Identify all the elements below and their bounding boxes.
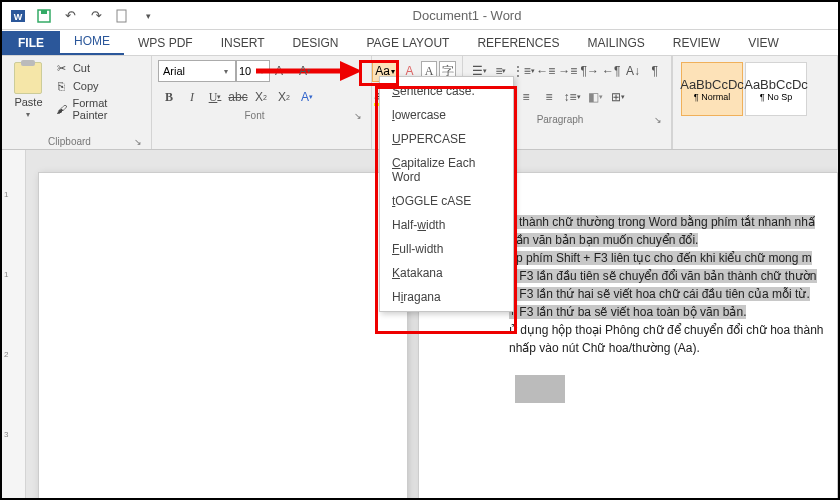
vertical-ruler[interactable]: 1 1 2 3 (2, 150, 26, 498)
copy-icon: ⎘ (55, 79, 69, 93)
clipboard-icon (14, 62, 42, 94)
brush-icon: 🖌 (55, 102, 69, 116)
tab-design[interactable]: DESIGN (278, 31, 352, 55)
menu-lowercase[interactable]: lowercase (380, 103, 513, 127)
word-icon[interactable]: W (6, 5, 30, 27)
strikethrough-button[interactable]: abc (227, 86, 249, 108)
document-text[interactable]: a thành chữ thường trong Word bằng phím … (509, 213, 837, 357)
borders-button[interactable]: ⊞▾ (607, 86, 629, 108)
bold-button[interactable]: B (158, 86, 180, 108)
format-painter-button[interactable]: 🖌Format Painter (53, 96, 145, 122)
tab-references[interactable]: REFERENCES (463, 31, 573, 55)
line-spacing-button[interactable]: ↕≡▾ (561, 86, 583, 108)
clipboard-dialog-launcher[interactable]: ↘ (131, 137, 145, 147)
save-icon[interactable] (32, 5, 56, 27)
page-left[interactable] (38, 172, 408, 498)
rtl-button[interactable]: ←¶ (601, 60, 622, 82)
tab-page-layout[interactable]: PAGE LAYOUT (352, 31, 463, 55)
paste-label: Paste (14, 96, 42, 108)
italic-button[interactable]: I (181, 86, 203, 108)
menu-full-width[interactable]: Full-width (380, 237, 513, 261)
paragraph-dialog-launcher[interactable]: ↘ (651, 115, 665, 125)
tab-review[interactable]: REVIEW (659, 31, 734, 55)
show-marks-button[interactable]: ¶ (644, 60, 665, 82)
menu-capitalize-each-word[interactable]: Capitalize Each Word (380, 151, 513, 189)
paste-button[interactable]: Paste ▾ (8, 60, 49, 134)
menu-half-width[interactable]: Half-width (380, 213, 513, 237)
ribbon: Paste ▾ ✂Cut ⎘Copy 🖌Format Painter Clipb… (2, 56, 838, 150)
font-group-label: Font (158, 108, 351, 123)
underline-button[interactable]: U▾ (204, 86, 226, 108)
copy-button[interactable]: ⎘Copy (53, 78, 145, 94)
tab-file[interactable]: FILE (2, 31, 60, 55)
svg-text:W: W (14, 12, 23, 22)
group-font: ▾ ▾ A▴ A▾ B I U▾ abc X2 X2 A▾ Font↘ (152, 56, 372, 149)
tab-mailings[interactable]: MAILINGS (573, 31, 658, 55)
svg-rect-4 (117, 10, 126, 22)
menu-uppercase[interactable]: UPPERCASE (380, 127, 513, 151)
justify-button[interactable]: ≡ (538, 86, 560, 108)
tab-view[interactable]: VIEW (734, 31, 793, 55)
tab-insert[interactable]: INSERT (207, 31, 279, 55)
qat-customize-icon[interactable]: ▾ (136, 5, 160, 27)
font-name-input[interactable] (158, 60, 236, 82)
menu-katakana[interactable]: Katakana (380, 261, 513, 285)
shrink-font-button[interactable]: A▾ (294, 60, 316, 82)
redo-icon[interactable]: ↷ (84, 5, 108, 27)
quick-access-toolbar: W ↶ ↷ ▾ (6, 5, 160, 27)
menu-sentence-case[interactable]: Sentence case. (380, 79, 513, 103)
style-normal[interactable]: AaBbCcDc ¶ Normal (681, 62, 743, 116)
clipboard-group-label: Clipboard (8, 134, 131, 149)
menu-hiragana[interactable]: Hiragana (380, 285, 513, 309)
decrease-indent-button[interactable]: ←≡ (535, 60, 556, 82)
shading-button[interactable]: ◧▾ (584, 86, 606, 108)
align-right-button[interactable]: ≡ (515, 86, 537, 108)
cut-button[interactable]: ✂Cut (53, 60, 145, 76)
tab-home[interactable]: HOME (60, 29, 124, 55)
menu-toggle-case[interactable]: tOGGLE cASE (380, 189, 513, 213)
text-cursor-block (515, 375, 565, 403)
grow-font-button[interactable]: A▴ (270, 60, 292, 82)
increase-indent-button[interactable]: →≡ (557, 60, 578, 82)
ltr-button[interactable]: ¶→ (579, 60, 600, 82)
tab-wps-pdf[interactable]: WPS PDF (124, 31, 207, 55)
new-doc-icon[interactable] (110, 5, 134, 27)
svg-rect-3 (41, 10, 47, 14)
font-dialog-launcher[interactable]: ↘ (351, 111, 365, 121)
sort-button[interactable]: A↓ (623, 60, 644, 82)
subscript-button[interactable]: X2 (250, 86, 272, 108)
group-styles: AaBbCcDc ¶ Normal AaBbCcDc ¶ No Sp (672, 56, 838, 149)
ribbon-tabs: FILE HOME WPS PDF INSERT DESIGN PAGE LAY… (2, 30, 838, 56)
font-size-input[interactable] (236, 60, 270, 82)
text-effects-button[interactable]: A▾ (296, 86, 318, 108)
superscript-button[interactable]: X2 (273, 86, 295, 108)
undo-icon[interactable]: ↶ (58, 5, 82, 27)
change-case-menu: Sentence case. lowercase UPPERCASE Capit… (379, 76, 514, 312)
window-title: Document1 - Word (160, 8, 834, 23)
title-bar: W ↶ ↷ ▾ Document1 - Word (2, 2, 838, 30)
multilevel-list-button[interactable]: ⋮≡▾ (512, 60, 534, 82)
style-no-spacing[interactable]: AaBbCcDc ¶ No Sp (745, 62, 807, 116)
scissors-icon: ✂ (55, 61, 69, 75)
group-clipboard: Paste ▾ ✂Cut ⎘Copy 🖌Format Painter Clipb… (2, 56, 152, 149)
